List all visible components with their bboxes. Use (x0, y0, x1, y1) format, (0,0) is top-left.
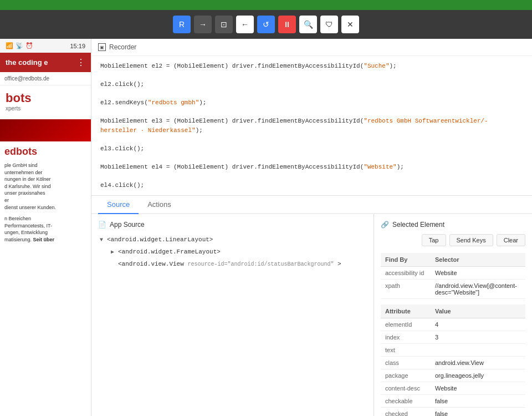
attr-row-elementid: elementId 4 (381, 318, 525, 331)
code-line-4: MobileElement el3 = (MobileElement) driv… (100, 116, 523, 135)
recorder-label: Recorder (109, 43, 136, 51)
record-button[interactable]: R (173, 16, 191, 33)
find-by-value-xpath: //android.view.View[@content-desc="Websi… (431, 280, 525, 299)
attr-row-content-desc: content-desc Website (381, 382, 525, 395)
code-line-6: MobileElement el4 = (MobileElement) driv… (100, 163, 523, 172)
attr-row-class: class android.view.View (381, 357, 525, 369)
email-bar: office@redbots.de (0, 72, 91, 85)
app-menu-button[interactable]: ⋮ (76, 57, 85, 68)
back-button[interactable]: ← (236, 16, 254, 33)
close-button[interactable]: ✕ (341, 16, 359, 33)
clock-icon: ⏰ (25, 42, 33, 49)
bold-text: Seit über (33, 237, 55, 242)
tree-item-statusbar[interactable]: <android.view.View resource-id="android:… (98, 258, 367, 271)
recorder-header: ▣ Recorder (91, 39, 532, 56)
attr-value-checkable: false (431, 395, 525, 408)
android-preview-panel: 📶 📡 ⏰ 15:19 the coding e ⋮ office@redbot… (0, 39, 91, 416)
search-button[interactable]: 🔍 (299, 16, 317, 33)
attr-value-elementid: 4 (431, 318, 525, 331)
app-header: the coding e ⋮ (0, 53, 91, 72)
logo-area: bots xperts (0, 85, 91, 117)
signal-icon: 📡 (16, 42, 23, 49)
panels-container: 📄 App Source ▼ <android.widget.LinearLay… (91, 214, 532, 416)
tab-actions[interactable]: Actions (139, 196, 180, 214)
attr-value-content-desc: Website (431, 382, 525, 395)
attr-row-text: text (381, 344, 525, 357)
find-by-col-header: Find By (381, 253, 431, 267)
attr-label-checked: checked (381, 408, 431, 417)
attr-label-package: package (381, 369, 431, 382)
attr-label-content-desc: content-desc (381, 382, 431, 395)
logo-sub-text: xperts (6, 105, 31, 111)
selected-icon: 🔗 (381, 221, 389, 229)
wifi-icon: 📶 (6, 42, 13, 49)
selected-element-panel: 🔗 Selected Element Tap Send Keys Clear F… (374, 214, 532, 416)
top-green-bar (0, 0, 532, 10)
attr-label-index: index (381, 331, 431, 344)
attr-row-index: index 3 (381, 331, 525, 344)
source-file-icon: 📄 (98, 221, 106, 229)
recorder-icon: ▣ (98, 43, 106, 51)
attributes-table: Attribute Value elementId 4 index 3 (381, 305, 525, 416)
red-banner (0, 119, 91, 141)
logo-main-text: bots (6, 91, 31, 105)
tabs-bar: Source Actions (91, 196, 532, 214)
clear-button[interactable]: Clear (497, 234, 525, 246)
code-line-5: el3.click(); (100, 144, 523, 154)
app-title: the coding e (6, 58, 48, 67)
right-panel: ▣ Recorder MobileElement el2 = (MobileEl… (91, 39, 532, 416)
tree-toggle-framelayout[interactable]: ▶ (109, 249, 116, 256)
selected-element-header: 🔗 Selected Element (381, 221, 525, 229)
main-area: 📶 📡 ⏰ 15:19 the coding e ⋮ office@redbot… (0, 39, 532, 416)
attr-row-package: package org.lineageos.jelly (381, 369, 525, 382)
xml-tree: ▼ <android.widget.LinearLayout> ▶ <andro… (98, 234, 367, 270)
source-panel-header: 📄 App Source (98, 221, 367, 229)
browser-toolbar: R → ⊡ ← ↺ ⏸ 🔍 🛡 ✕ (0, 10, 532, 39)
tree-toggle-statusbar (109, 261, 116, 267)
phone-status-bar: 📶 📡 ⏰ 15:19 (0, 39, 91, 53)
tree-item-framelayout[interactable]: ▶ <android.widget.FrameLayout> (98, 246, 367, 258)
source-panel: 📄 App Source ▼ <android.widget.LinearLay… (91, 214, 374, 416)
attr-row-checkable: checkable false (381, 395, 525, 408)
xml-tag-linearlayout: <android.widget.LinearLayout> (107, 235, 213, 246)
send-keys-button[interactable]: Send Keys (449, 234, 493, 246)
code-line-1: MobileElement el2 = (MobileElement) driv… (100, 62, 523, 71)
email-text: office@redbots.de (4, 75, 49, 82)
tab-source[interactable]: Source (98, 196, 139, 214)
tree-toggle-linearlayout[interactable]: ▼ (98, 237, 105, 243)
xml-tag-statusbar: <android.view.View resource-id="android:… (118, 259, 341, 270)
find-by-label-accessibility: accessibility id (381, 267, 431, 280)
code-line-2: el2.click(); (100, 80, 523, 89)
attr-value-text (431, 344, 525, 357)
status-time: 15:19 (70, 43, 85, 49)
attr-label-elementid: elementId (381, 318, 431, 331)
attr-value-checked: false (431, 408, 525, 417)
find-by-value-accessibility: Website (431, 267, 525, 280)
attribute-col-header: Attribute (381, 305, 431, 318)
description-text-1: ple GmbH sindunternehmen dernungen in de… (0, 160, 91, 213)
attr-label-text: text (381, 344, 431, 357)
stop-button[interactable]: ⏸ (278, 16, 296, 33)
status-icons: 📶 📡 ⏰ (6, 42, 33, 49)
tree-item-linearlayout[interactable]: ▼ <android.widget.LinearLayout> (98, 234, 367, 246)
description-text-2: n BereichenPerformancetests, IT-ungen, E… (0, 213, 91, 245)
selected-panel-title: Selected Element (392, 221, 444, 229)
attr-row-checked: checked false (381, 408, 525, 417)
attr-value-package: org.lineageos.jelly (431, 369, 525, 382)
shield-button[interactable]: 🛡 (320, 16, 338, 33)
code-line-7: el4.click(); (100, 181, 523, 190)
find-by-row-xpath: xpath //android.view.View[@content-desc=… (381, 280, 525, 299)
action-buttons: Tap Send Keys Clear (381, 234, 525, 246)
xml-tag-framelayout: <android.widget.FrameLayout> (118, 247, 221, 258)
attr-value-index: 3 (431, 331, 525, 344)
code-area: MobileElement el2 = (MobileElement) driv… (91, 56, 532, 195)
forward-button[interactable]: → (194, 16, 212, 33)
value-col-header: Value (431, 305, 525, 318)
find-by-table: Find By Selector accessibility id Websit… (381, 253, 525, 299)
expand-button[interactable]: ⊡ (215, 16, 233, 33)
refresh-button[interactable]: ↺ (257, 16, 275, 33)
selector-col-header: Selector (431, 253, 525, 267)
attr-label-checkable: checkable (381, 395, 431, 408)
tap-button[interactable]: Tap (422, 234, 446, 246)
code-line-3: el2.sendKeys("redbots gmbh"); (100, 98, 523, 108)
